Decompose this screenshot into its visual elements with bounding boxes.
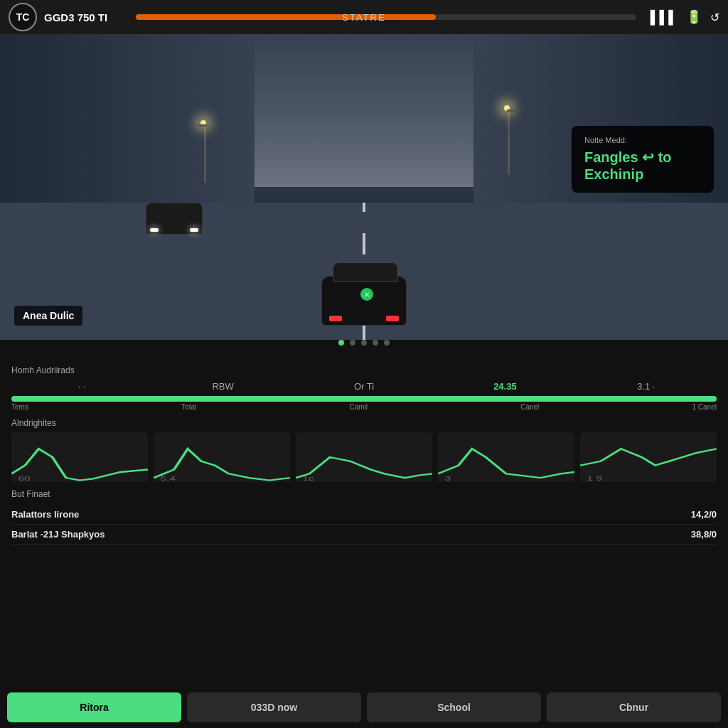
bottom-panel: Homh Audriirads · · RBW Or Ti 24.35 3.1 … [0, 354, 728, 728]
button-school[interactable]: School [367, 692, 541, 722]
top-right-icons: ▌▌▌ 🔋 ↺ [651, 9, 719, 25]
stat-col-1: · · [11, 381, 152, 392]
carousel-dot-1[interactable] [338, 340, 344, 346]
stats-section-label: Homh Audriirads [11, 365, 717, 375]
financial-value-1: 14,2/0 [691, 509, 717, 520]
financial-row-1: Ralattors lirone 14,2/0 [11, 505, 717, 525]
financial-value-2: 38,8/0 [691, 529, 717, 540]
green-indicator: ✕ [360, 288, 373, 301]
carousel-dot-2[interactable] [350, 340, 355, 346]
stat-value-3: Or Ti [294, 381, 434, 392]
npc-headlight-right [190, 228, 198, 232]
financials-label: But Finaet [11, 489, 717, 499]
carousel-dot-4[interactable] [373, 340, 378, 346]
lamp-glow-right [504, 105, 510, 111]
chart-5: 1 9 [580, 432, 717, 482]
note-popup: Notte Medd: Fangles ↩ to Exchinip [572, 126, 714, 193]
stat-value-5: 3.1 · [576, 381, 717, 392]
chart-2: 5.4 [154, 432, 290, 482]
game-view: ✕ Anea Dulic Notte Medd: Fangles ↩ to Ex… [0, 34, 728, 340]
chart-4: 3 [438, 432, 574, 482]
svg-text:3: 3 [445, 475, 451, 482]
charts-section-label: Alndrighites [11, 418, 717, 428]
car-light-left [329, 316, 342, 321]
stat-value-2: RBW [152, 381, 293, 392]
financial-name-1: Ralattors lirone [11, 509, 79, 520]
stat-label-4: Canel [520, 403, 539, 411]
chart-1: 60 [11, 432, 148, 482]
logo: TC [9, 3, 37, 31]
stat-value-1: · · [11, 381, 152, 392]
area-label: Anea Dulic [14, 306, 82, 326]
stat-label-3: Camil [349, 403, 368, 411]
button-ritora[interactable]: Ritora [7, 692, 181, 722]
status-label: STATRE [342, 12, 385, 23]
stat-label-5: 1 Canel [692, 403, 716, 411]
game-title: GGD3 750 TI [44, 11, 107, 23]
note-popup-title: Notte Medd: [584, 136, 701, 144]
player-car [321, 276, 407, 326]
signal-icon: ▌▌▌ [651, 10, 678, 25]
bottom-buttons: Ritora 033D now School Cbnur [0, 687, 728, 728]
stats-row: · · RBW Or Ti 24.35 3.1 · [11, 381, 717, 392]
stat-label-2: Total [181, 403, 196, 411]
npc-car [146, 203, 203, 235]
progress-bar-fill [136, 14, 436, 20]
svg-text:60: 60 [18, 475, 31, 482]
charts-row: 60 5.4 1c 3 1 9 [11, 432, 717, 482]
chart-3: 1c [296, 432, 432, 482]
carousel-dots [338, 340, 390, 346]
npc-headlight-left [150, 228, 159, 232]
svg-text:1c: 1c [303, 475, 315, 482]
refresh-icon: ↺ [710, 11, 719, 24]
lamp-right-icon [508, 111, 510, 175]
road-scene: ✕ Anea Dulic Notte Medd: Fangles ↩ to Ex… [0, 34, 728, 340]
svg-text:1 9: 1 9 [587, 475, 602, 482]
progress-bar-container [136, 14, 636, 20]
stat-col-2: RBW [152, 381, 293, 392]
top-bar: TC GGD3 750 TI STATRE ▌▌▌ 🔋 ↺ [0, 0, 728, 34]
stat-col-5: 3.1 · [576, 381, 717, 392]
stat-labels-row: Tems Total Camil Canel 1 Canel [11, 403, 717, 411]
carousel-dot-3[interactable] [361, 340, 367, 346]
carousel-dot-5[interactable] [384, 340, 390, 346]
button-033d[interactable]: 033D now [187, 692, 361, 722]
stat-col-3: Or Ti [294, 381, 434, 392]
car-light-right [386, 316, 399, 321]
battery-icon: 🔋 [686, 9, 702, 25]
note-popup-main: Fangles ↩ to Exchinip [584, 149, 701, 183]
button-cbnur[interactable]: Cbnur [547, 692, 721, 722]
stat-col-4: 24.35 [434, 381, 575, 392]
lamp-left-icon [204, 126, 206, 183]
svg-text:5.4: 5.4 [161, 475, 176, 482]
financial-name-2: Barlat -21J Shapkyos [11, 529, 105, 540]
financial-row-2: Barlat -21J Shapkyos 38,8/0 [11, 525, 717, 545]
lamp-glow-left [200, 120, 206, 126]
stat-label-1: Tems [11, 403, 28, 411]
stat-value-4: 24.35 [434, 381, 575, 392]
stats-progress-bar [11, 396, 717, 402]
